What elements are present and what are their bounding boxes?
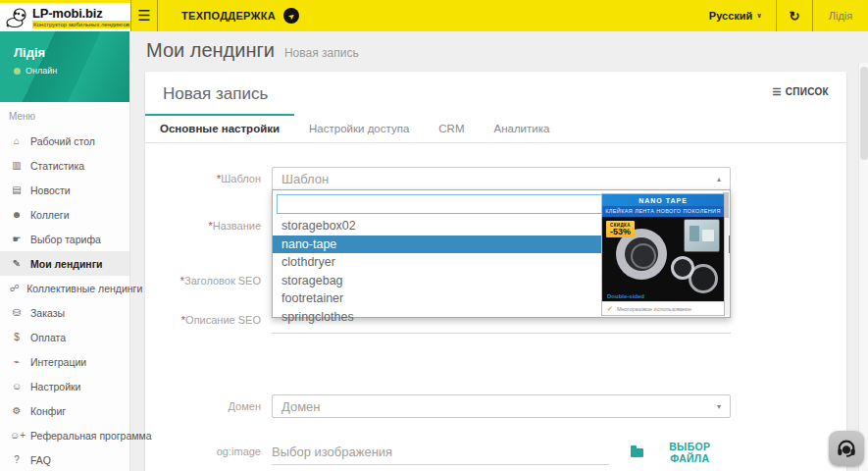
users-icon: ☻	[10, 209, 24, 220]
folder-icon	[631, 448, 643, 457]
sidebar-item-collective-landings[interactable]: ☍Коллективные лендинги	[0, 276, 129, 300]
sidebar-item-settings[interactable]: ☺Настройки	[0, 374, 129, 398]
topbar-spacer	[317, 0, 695, 31]
hand-pointer-icon: ☛	[10, 234, 24, 244]
sidebar-item-dashboard[interactable]: ⌂Рабочий стол	[0, 129, 129, 153]
topbar: LP-mobi.biz Конструктор мобильных лендин…	[0, 0, 868, 31]
chevron-down-icon: ∨	[756, 12, 762, 20]
support-label: ТЕХПОДДЕРЖКА	[181, 10, 276, 22]
template-select-placeholder: Шаблон	[281, 172, 329, 186]
user-panel: Лідія Онлайн	[0, 31, 129, 102]
sidebar-menu: ⌂Рабочий стол ▥Статистика ▤Новости ☻Колл…	[0, 129, 129, 471]
chevron-up-icon: ▴	[717, 175, 721, 183]
chevron-down-icon: ▾	[717, 402, 721, 411]
topbar-username[interactable]: Лідія	[813, 0, 868, 31]
logo[interactable]: LP-mobi.biz Конструктор мобильных лендин…	[0, 0, 130, 31]
online-status-label: Онлайн	[26, 66, 57, 76]
choose-file-button[interactable]: ВЫБОР ФАЙЛА	[631, 441, 731, 464]
seo-description-label: *Описание SEO	[145, 308, 272, 332]
domain-select[interactable]: Домен ▾	[272, 394, 731, 418]
support-link[interactable]: ТЕХПОДДЕРЖКА ➤	[158, 0, 317, 31]
user-icon: ☺	[10, 381, 24, 392]
tab-crm[interactable]: CRM	[424, 114, 479, 142]
seo-title-label: *Заголовок SEO	[145, 269, 272, 292]
share-icon: ☍	[10, 283, 20, 293]
page-header: Мои лендинги Новая запись	[130, 31, 868, 68]
menu-section-label: Меню	[0, 102, 129, 129]
newspaper-icon: ▤	[10, 184, 24, 195]
pencil-icon: ✎	[10, 258, 24, 269]
plug-icon: ⌁	[10, 356, 24, 367]
sidebar-item-orders[interactable]: ⛁Заказы	[0, 300, 129, 325]
sidebar-item-integrations[interactable]: ⌁Интеграции	[0, 349, 129, 374]
card-title: Новая запись	[163, 84, 268, 104]
og-image-input[interactable]	[272, 440, 609, 465]
logo-dog-icon	[5, 7, 28, 28]
list-icon: ☰	[772, 86, 781, 97]
record-form: *Шаблон Шаблон ▴ storagebox02 nano-tape …	[145, 143, 846, 465]
telegram-icon: ➤	[283, 8, 299, 24]
cart-icon: ⛁	[10, 307, 24, 318]
sidebar-item-faq[interactable]: ?FAQ	[0, 447, 129, 471]
breadcrumb: Новая запись	[284, 46, 359, 60]
template-select[interactable]: Шаблон ▴	[272, 167, 731, 190]
support-chat-button[interactable]	[829, 431, 864, 466]
list-button[interactable]: ☰ СПИСОК	[772, 84, 829, 97]
page-scrollbar[interactable]	[858, 63, 868, 471]
tab-analytics[interactable]: Аналитика	[479, 114, 564, 142]
tape-strip-image	[689, 264, 718, 293]
question-icon: ?	[10, 454, 24, 465]
sidebar-item-referral[interactable]: ☺+Реферальная программа	[0, 423, 129, 447]
preview-subtitle: КЛЕЙКАЯ ЛЕНТА НОВОГО ПОКОЛЕНИЯ	[602, 206, 724, 217]
preview-feature-text: Многоразовое использование	[617, 306, 691, 312]
sidebar-toggle-button[interactable]: ☰	[131, 0, 157, 31]
template-dropdown: storagebox02 nano-tape clothdryer storag…	[272, 189, 731, 318]
user-plus-icon: ☺+	[10, 430, 24, 441]
sidebar-item-tariff[interactable]: ☛Выбор тарифа	[0, 227, 129, 251]
headset-icon	[836, 438, 857, 459]
new-record-card: Новая запись ☰ СПИСОК Основные настройки…	[145, 72, 846, 471]
scrollbar-thumb[interactable]	[860, 67, 868, 160]
preview-inset-photo	[684, 219, 720, 252]
logo-title: LP-mobi.biz	[32, 7, 130, 20]
check-icon: ✔	[607, 305, 613, 313]
page-title: Мои лендинги	[146, 39, 275, 62]
tabs-bar: Основные настройки Настройки доступа CRM…	[145, 114, 846, 143]
bar-chart-icon: ▥	[10, 160, 24, 171]
domain-select-placeholder: Домен	[281, 399, 321, 414]
sidebar-item-my-landings[interactable]: ✎Мои лендинги	[0, 251, 129, 276]
og-image-label: og:image	[145, 440, 272, 463]
preview-title: NANO TAPE	[602, 194, 724, 206]
discount-badge: СКИДКА -53%	[606, 221, 635, 237]
online-status-dot	[14, 68, 21, 75]
language-selector[interactable]: Русский ∨	[695, 0, 776, 31]
refresh-button[interactable]: ↻	[777, 0, 812, 31]
dashboard-icon: ⌂	[10, 135, 24, 146]
template-label: *Шаблон	[145, 167, 272, 190]
language-label: Русский	[709, 10, 752, 22]
sidebar-item-colleagues[interactable]: ☻Коллеги	[0, 202, 129, 227]
preview-caption: Double-sided	[607, 293, 644, 299]
domain-label: Домен	[145, 394, 272, 418]
name-label: *Название	[145, 214, 272, 237]
sidebar-item-config[interactable]: ⚙Конфиг	[0, 398, 129, 423]
sidebar-item-news[interactable]: ▤Новости	[0, 178, 129, 202]
dollar-icon: $	[10, 332, 24, 342]
logo-subtitle: Конструктор мобильных лендингов	[32, 21, 130, 28]
sidebar: Лідія Онлайн Меню ⌂Рабочий стол ▥Статист…	[0, 31, 130, 471]
main-content: Мои лендинги Новая запись Новая запись ☰…	[130, 31, 868, 471]
template-preview-image: NANO TAPE КЛЕЙКАЯ ЛЕНТА НОВОГО ПОКОЛЕНИЯ…	[601, 193, 725, 316]
sidebar-item-payment[interactable]: $Оплата	[0, 325, 129, 349]
tab-access-settings[interactable]: Настройки доступа	[294, 114, 424, 142]
gears-icon: ⚙	[10, 405, 24, 416]
app-window: LP-mobi.biz Конструктор мобильных лендин…	[0, 0, 868, 471]
sidebar-item-statistics[interactable]: ▥Статистика	[0, 153, 129, 178]
tab-main-settings[interactable]: Основные настройки	[145, 114, 294, 142]
user-name: Лідія	[14, 45, 129, 60]
